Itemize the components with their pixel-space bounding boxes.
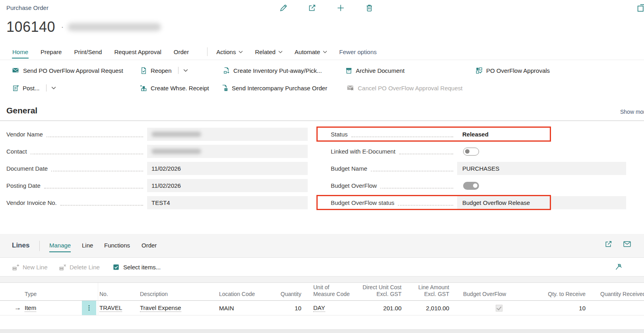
col-type[interactable]: Type [25, 291, 80, 298]
dotted-leader [371, 166, 453, 171]
lines-tab-manage[interactable]: Manage [49, 242, 71, 249]
create-inventory-putaway-pick-button[interactable]: Create Inventory Put-away/Pick... [223, 64, 322, 76]
share-button[interactable] [306, 2, 318, 14]
lines-header-icons [604, 240, 631, 248]
col-description[interactable]: Description [140, 291, 217, 298]
line-row: → Item ⋮ TRAVEL Travel Expense MAIN 10 D… [0, 301, 644, 315]
no-value[interactable]: TRAVEL [99, 304, 122, 312]
lines-tab-order[interactable]: Order [142, 242, 157, 249]
posting-date-value[interactable]: 11/02/2026 [147, 179, 308, 192]
menu-related[interactable]: Related [255, 49, 283, 55]
type-value[interactable]: Item [25, 304, 36, 312]
status-value[interactable]: Released [457, 128, 626, 141]
ribbon-tab-bar: Home Prepare Print/Send Request Approval… [0, 44, 644, 60]
chevron-down-icon[interactable] [51, 86, 56, 90]
col-line-amount[interactable]: Line Amount Excl. GST [409, 284, 449, 298]
col-direct-unit-cost[interactable]: Direct Unit Cost Excl. GST [360, 284, 402, 298]
popout-icon [636, 3, 644, 13]
archive-document-button[interactable]: Archive Document [345, 64, 405, 76]
uom-value[interactable]: DAY [313, 304, 325, 312]
popout-button[interactable] [635, 2, 644, 14]
document-date-value[interactable]: 11/02/2026 [147, 162, 308, 175]
linked-e-document-toggle[interactable] [463, 148, 479, 156]
col-budget-overflow[interactable]: Budget OverFlow [463, 291, 519, 298]
edit-button[interactable] [277, 2, 289, 14]
description-value[interactable]: Travel Expense [140, 304, 181, 312]
envelope-check-icon [12, 66, 20, 74]
cell-no[interactable]: TRAVEL [99, 301, 137, 315]
new-line-icon [12, 263, 19, 271]
budget-overflow-status-value[interactable]: Budget Overflow Release [457, 196, 626, 209]
menu-automate-label: Automate [295, 49, 320, 55]
reopen-button[interactable]: Reopen [140, 64, 188, 76]
lines-tab-line[interactable]: Line [82, 242, 93, 249]
create-whse-receipt-button[interactable]: Create Whse. Receipt [140, 82, 209, 94]
col-quantity[interactable]: Quantity [262, 291, 301, 298]
tab-prepare[interactable]: Prepare [40, 47, 62, 57]
field-budget-overflow-status: Budget OverFlow status Budget Overflow R… [317, 194, 626, 211]
tab-request-approval[interactable]: Request Approval [114, 47, 161, 57]
col-line2: Excl. GST [409, 291, 449, 298]
field-budget-overflow: Budget OverFlow [317, 177, 626, 194]
tab-order[interactable]: Order [173, 47, 189, 57]
cell-type[interactable]: Item [25, 301, 80, 315]
cell-qty-to-receive[interactable]: 10 [535, 301, 586, 315]
col-quantity-received[interactable]: Quantity Received [600, 291, 644, 298]
tab-print-send[interactable]: Print/Send [74, 47, 102, 57]
fewer-options-button[interactable]: Fewer options [339, 49, 376, 55]
menu-actions[interactable]: Actions [216, 49, 243, 55]
menu-automate[interactable]: Automate [295, 49, 327, 55]
dotted-leader [60, 200, 143, 206]
vendor-name-value[interactable] [147, 128, 308, 141]
pencil-icon [279, 4, 288, 12]
cell-description[interactable]: Travel Expense [140, 301, 217, 315]
new-line-button[interactable]: New Line [12, 261, 48, 273]
cell-quantity[interactable]: 10 [262, 301, 301, 315]
pin-button[interactable] [615, 261, 623, 273]
toolbar-label: New Line [23, 264, 48, 271]
dotted-leader [31, 149, 143, 154]
send-intercompany-purchase-order-button[interactable]: Send Intercompany Purchase Order [221, 82, 327, 94]
col-no[interactable]: No. [99, 291, 137, 298]
show-more-link[interactable]: Show more [620, 109, 644, 115]
share-icon[interactable] [604, 240, 613, 248]
plus-icon [336, 4, 345, 12]
lines-divider [39, 241, 40, 251]
select-items-icon [113, 263, 120, 271]
archive-icon [345, 67, 353, 74]
po-overflow-approvals-button[interactable]: PO OverFlow Approvals [475, 64, 550, 76]
vendor-invoice-no-value[interactable]: TEST4 [147, 196, 308, 209]
cell-direct-unit-cost[interactable]: 201.00 [360, 301, 402, 315]
new-button[interactable] [335, 2, 347, 14]
chevron-down-icon[interactable] [183, 69, 188, 72]
budget-name-value[interactable]: PURCHASES [457, 162, 626, 175]
cancel-po-overflow-approval-request-button[interactable]: Cancel PO OverFlow Approval Request [347, 82, 462, 94]
action-label: Cancel PO OverFlow Approval Request [358, 85, 462, 92]
budget-overflow-checkbox[interactable] [496, 305, 502, 312]
delete-button[interactable] [363, 2, 375, 14]
post-button[interactable]: Post... [12, 82, 56, 94]
delete-line-button[interactable]: Delete Line [59, 261, 100, 273]
row-menu-button[interactable]: ⋮ [82, 301, 96, 315]
field-budget-name: Budget Name PURCHASES [317, 160, 626, 177]
lines-tab-functions[interactable]: Functions [104, 242, 130, 249]
field-label: Budget OverFlow status [331, 199, 394, 206]
bottom-strip [0, 329, 644, 333]
general-section-title[interactable]: General [6, 106, 37, 115]
field-text: PURCHASES [462, 165, 499, 172]
action-label: PO OverFlow Approvals [486, 67, 550, 74]
contact-value[interactable] [147, 145, 308, 158]
mail-icon[interactable] [623, 240, 631, 248]
dotted-leader [51, 166, 143, 171]
document-check-icon [140, 67, 147, 74]
send-po-overflow-approval-request-button[interactable]: Send PO OverFlow Approval Request [12, 64, 123, 76]
col-qty-to-receive[interactable]: Qty. to Receive [535, 291, 586, 298]
col-unit-of-measure[interactable]: Unit of Measure Code [313, 284, 359, 298]
budget-overflow-toggle[interactable] [463, 182, 479, 190]
select-items-button[interactable]: Select items... [113, 261, 161, 273]
cell-unit-of-measure[interactable]: DAY [313, 301, 359, 315]
field-label: Document Date [6, 165, 48, 172]
cell-line-amount[interactable]: 2,010.00 [409, 301, 449, 315]
field-label: Contact [6, 148, 27, 155]
tab-home[interactable]: Home [12, 47, 29, 57]
